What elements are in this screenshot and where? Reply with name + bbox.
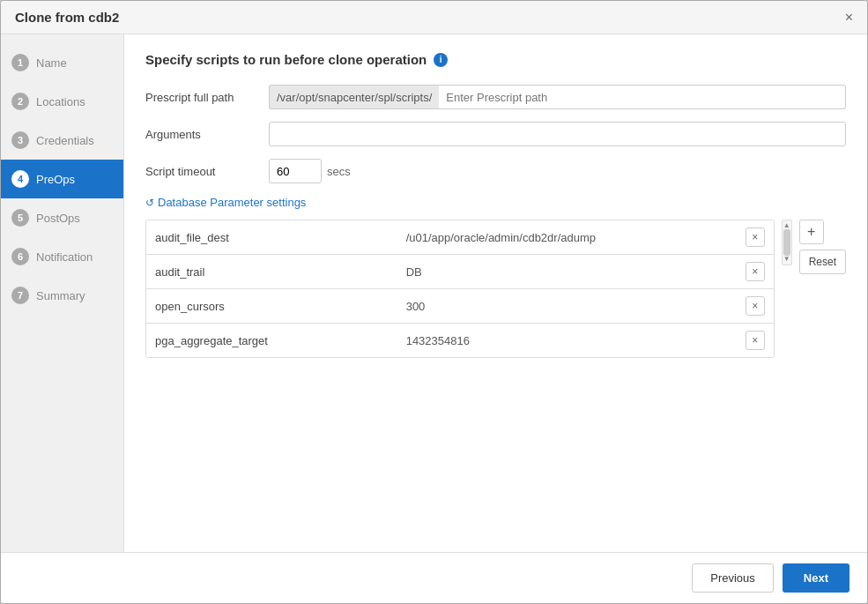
side-buttons: + Reset — [799, 220, 846, 274]
next-button[interactable]: Next — [783, 563, 849, 593]
sidebar-label-credentials: Credentials — [36, 134, 94, 147]
remove-param-button[interactable]: × — [746, 296, 765, 316]
scroll-down-arrow[interactable]: ▼ — [783, 256, 790, 263]
dialog-title: Clone from cdb2 — [15, 10, 119, 25]
param-name: audit_file_dest — [146, 220, 397, 255]
table-scrollbar[interactable]: ▲ ▼ — [782, 220, 792, 265]
sidebar-label-summary: Summary — [36, 289, 85, 302]
scroll-up-arrow[interactable]: ▲ — [783, 222, 790, 229]
param-name: audit_trail — [146, 255, 397, 289]
script-timeout-label: Script timeout — [145, 165, 260, 178]
sidebar-item-credentials[interactable]: 3 Credentials — [1, 121, 123, 160]
path-wrapper: /var/opt/snapcenter/spl/scripts/ — [269, 85, 846, 109]
script-timeout-row: Script timeout secs — [145, 159, 846, 183]
main-content: Specify scripts to run before clone oper… — [124, 34, 867, 552]
table-row: audit_trail DB × — [146, 255, 774, 289]
dialog-footer: Previous Next — [1, 552, 867, 603]
prescript-input[interactable] — [439, 85, 846, 109]
step-num-4: 4 — [11, 170, 29, 188]
refresh-icon: ↺ — [145, 197, 154, 209]
step-num-5: 5 — [11, 209, 29, 227]
sidebar-label-postops: PostOps — [36, 212, 80, 225]
param-value: 300 — [397, 289, 737, 324]
sidebar: 1 Name 2 Locations 3 Credentials 4 PreOp… — [1, 34, 124, 552]
dialog-header: Clone from cdb2 × — [1, 1, 867, 34]
param-remove-cell: × — [737, 255, 774, 289]
clone-dialog: Clone from cdb2 × 1 Name 2 Locations 3 C… — [0, 0, 868, 604]
arguments-row: Arguments — [145, 122, 846, 146]
previous-button[interactable]: Previous — [692, 563, 774, 593]
db-params-toggle[interactable]: ↺ Database Parameter settings — [145, 196, 306, 209]
sidebar-item-summary[interactable]: 7 Summary — [1, 276, 123, 315]
params-table-container: audit_file_dest /u01/app/oracle/admin/cd… — [145, 220, 846, 358]
table-row: open_cursors 300 × — [146, 289, 774, 324]
path-prefix: /var/opt/snapcenter/spl/scripts/ — [269, 85, 439, 109]
remove-param-button[interactable]: × — [746, 227, 765, 247]
sidebar-item-notification[interactable]: 6 Notification — [1, 237, 123, 276]
params-table-inner: audit_file_dest /u01/app/oracle/admin/cd… — [146, 220, 774, 357]
sidebar-item-name[interactable]: 1 Name — [1, 43, 123, 82]
sidebar-item-postops[interactable]: 5 PostOps — [1, 198, 123, 237]
prescript-label: Prescript full path — [145, 91, 260, 104]
sidebar-label-notification: Notification — [36, 250, 93, 264]
section-title: Specify scripts to run before clone oper… — [145, 52, 846, 67]
param-remove-cell: × — [737, 220, 774, 255]
param-remove-cell: × — [737, 324, 774, 358]
dialog-body: 1 Name 2 Locations 3 Credentials 4 PreOp… — [1, 34, 867, 552]
remove-param-button[interactable]: × — [746, 262, 765, 281]
param-name: pga_aggregate_target — [146, 324, 397, 358]
reset-button[interactable]: Reset — [799, 250, 846, 274]
table-row: pga_aggregate_target 1432354816 × — [146, 324, 774, 358]
table-row: audit_file_dest /u01/app/oracle/admin/cd… — [146, 220, 774, 255]
param-value: 1432354816 — [397, 324, 737, 358]
step-num-3: 3 — [11, 131, 29, 149]
sidebar-label-preops: PreOps — [36, 173, 75, 186]
param-name: open_cursors — [146, 289, 397, 324]
step-num-6: 6 — [11, 248, 29, 265]
sidebar-label-name: Name — [36, 56, 67, 70]
add-button[interactable]: + — [799, 220, 824, 244]
params-table: audit_file_dest /u01/app/oracle/admin/cd… — [145, 220, 775, 358]
info-icon[interactable]: i — [434, 53, 448, 67]
arguments-label: Arguments — [145, 128, 260, 141]
script-timeout-input[interactable] — [269, 159, 322, 183]
param-value: /u01/app/oracle/admin/cdb2dr/adump — [397, 220, 737, 255]
timeout-wrapper: secs — [269, 159, 351, 183]
secs-label: secs — [327, 165, 351, 178]
sidebar-label-locations: Locations — [36, 95, 85, 108]
step-num-1: 1 — [11, 54, 29, 71]
scroll-thumb — [783, 229, 790, 256]
param-remove-cell: × — [737, 289, 774, 324]
step-num-2: 2 — [11, 93, 29, 110]
sidebar-item-locations[interactable]: 2 Locations — [1, 82, 123, 121]
prescript-row: Prescript full path /var/opt/snapcenter/… — [145, 85, 846, 109]
sidebar-item-preops[interactable]: 4 PreOps — [1, 160, 123, 198]
close-button[interactable]: × — [845, 11, 853, 25]
remove-param-button[interactable]: × — [746, 331, 765, 350]
step-num-7: 7 — [11, 287, 29, 304]
arguments-input[interactable] — [269, 122, 846, 146]
param-value: DB — [397, 255, 737, 289]
